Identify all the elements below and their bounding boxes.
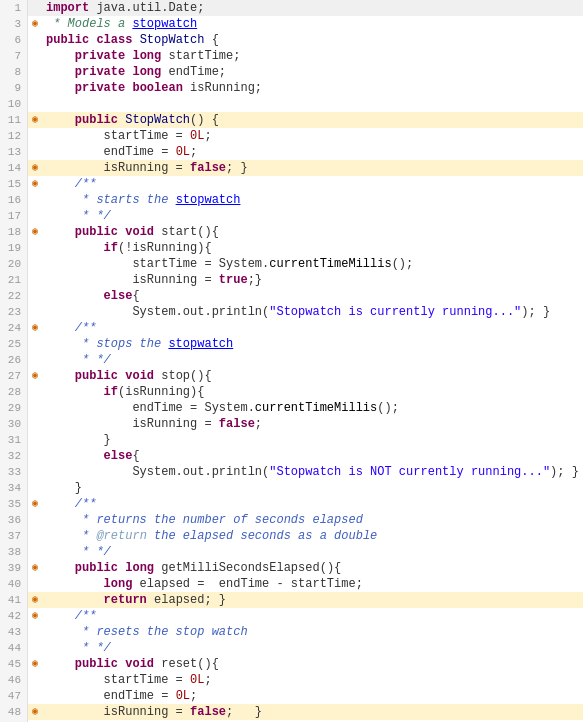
line-number: 40 [0,576,28,592]
line-marker: ◉ [28,320,42,336]
code-line: 8 private long endTime; [0,64,583,80]
code-line: 29 endTime = System.currentTimeMillis(); [0,400,583,416]
line-number: 22 [0,288,28,304]
line-marker: ◉ [28,224,42,240]
line-marker: ◉ [28,608,42,624]
line-marker: ◉ [28,496,42,512]
code-line: 11◉ public StopWatch() { [0,112,583,128]
line-number: 14 [0,160,28,176]
line-number: 38 [0,544,28,560]
line-number: 45 [0,656,28,672]
code-line: 23 System.out.println("Stopwatch is curr… [0,304,583,320]
line-marker: ◉ [28,160,42,176]
line-content: return elapsed; } [42,592,583,608]
line-number: 11 [0,112,28,128]
line-content: * stops the stopwatch [42,336,583,352]
line-number: 17 [0,208,28,224]
line-number: 46 [0,672,28,688]
code-line: 24◉ /** [0,320,583,336]
code-line: 18◉ public void start(){ [0,224,583,240]
code-line: 12 startTime = 0L; [0,128,583,144]
line-content: public void stop(){ [42,368,583,384]
line-number: 8 [0,64,28,80]
code-line: 22 else{ [0,288,583,304]
line-content: * resets the stop watch [42,624,583,640]
code-line: 46 startTime = 0L; [0,672,583,688]
line-number: 44 [0,640,28,656]
code-line: 1import java.util.Date; [0,0,583,16]
code-line: 37 * @return the elapsed seconds as a do… [0,528,583,544]
line-content: * @return the elapsed seconds as a doubl… [42,528,583,544]
code-editor: 1import java.util.Date;3◉ * Models a sto… [0,0,583,722]
code-line: 45◉ public void reset(){ [0,656,583,672]
code-line: 7 private long startTime; [0,48,583,64]
line-content: /** [42,496,583,512]
code-lines: 1import java.util.Date;3◉ * Models a sto… [0,0,583,722]
line-content: endTime = 0L; [42,688,583,704]
line-number: 15 [0,176,28,192]
line-content: else{ [42,448,583,464]
line-number: 1 [0,0,28,16]
code-line: 26 * */ [0,352,583,368]
line-content: if(!isRunning){ [42,240,583,256]
line-number: 27 [0,368,28,384]
line-content: endTime = System.currentTimeMillis(); [42,400,583,416]
code-line: 33 System.out.println("Stopwatch is NOT … [0,464,583,480]
line-number: 33 [0,464,28,480]
code-line: 48◉ isRunning = false; } [0,704,583,720]
code-line: 32 else{ [0,448,583,464]
code-line: 21 isRunning = true;} [0,272,583,288]
code-line: 20 startTime = System.currentTimeMillis(… [0,256,583,272]
line-content: if(isRunning){ [42,384,583,400]
line-content: public void start(){ [42,224,583,240]
line-number: 25 [0,336,28,352]
line-number: 12 [0,128,28,144]
line-number: 36 [0,512,28,528]
code-line: 44 * */ [0,640,583,656]
line-number: 13 [0,144,28,160]
line-content: import java.util.Date; [42,0,583,16]
line-content: * */ [42,640,583,656]
line-content: * */ [42,352,583,368]
line-number: 35 [0,496,28,512]
line-number: 3 [0,16,28,32]
line-number: 16 [0,192,28,208]
line-content: /** [42,320,583,336]
line-content: public long getMilliSecondsElapsed(){ [42,560,583,576]
line-number: 31 [0,432,28,448]
line-marker: ◉ [28,112,42,128]
line-number: 42 [0,608,28,624]
line-number: 28 [0,384,28,400]
line-content: isRunning = false; } [42,160,583,176]
line-number: 43 [0,624,28,640]
line-content: /** [42,608,583,624]
line-number: 19 [0,240,28,256]
line-content: } [42,480,583,496]
line-number: 34 [0,480,28,496]
line-content: startTime = 0L; [42,128,583,144]
line-number: 48 [0,704,28,720]
line-number: 32 [0,448,28,464]
line-marker: ◉ [28,368,42,384]
line-number: 26 [0,352,28,368]
code-line: 36 * returns the number of seconds elaps… [0,512,583,528]
line-content: public class StopWatch { [42,32,583,48]
code-line: 10 [0,96,583,112]
code-line: 17 * */ [0,208,583,224]
line-number: 7 [0,48,28,64]
line-content: else{ [42,288,583,304]
code-line: 38 * */ [0,544,583,560]
line-content [42,96,583,112]
line-number: 39 [0,560,28,576]
line-content: long elapsed = endTime - startTime; [42,576,583,592]
code-line: 43 * resets the stop watch [0,624,583,640]
code-line: 13 endTime = 0L; [0,144,583,160]
line-content: public StopWatch() { [42,112,583,128]
line-content: /** [42,176,583,192]
code-line: 31 } [0,432,583,448]
code-line: 25 * stops the stopwatch [0,336,583,352]
line-marker: ◉ [28,16,42,32]
code-line: 41◉ return elapsed; } [0,592,583,608]
code-line: 16 * starts the stopwatch [0,192,583,208]
line-number: 41 [0,592,28,608]
